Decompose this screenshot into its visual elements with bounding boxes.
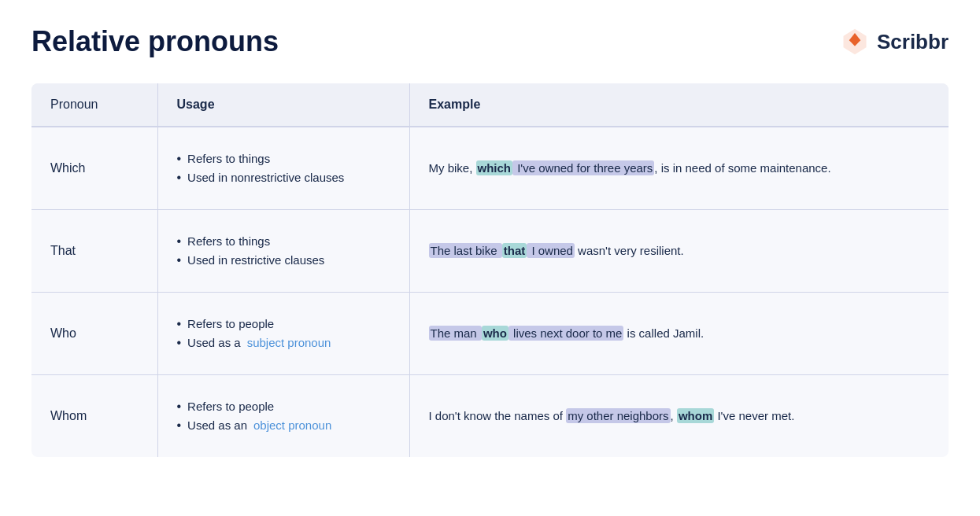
highlight-who: who xyxy=(482,326,508,341)
example-whom: I don't know the names of my other neigh… xyxy=(409,375,949,458)
pronoun-which: Which xyxy=(31,127,157,210)
logo-text: Scribbr xyxy=(877,30,949,54)
example-text-plain: , is in need of some maintenance. xyxy=(654,161,830,175)
table-row: That Refers to things Used in restrictiv… xyxy=(31,210,949,293)
header-pronoun: Pronoun xyxy=(31,83,157,127)
page-header: Relative pronouns Scribbr xyxy=(31,25,949,58)
example-which: My bike, which I've owned for three year… xyxy=(409,127,949,210)
usage-which: Refers to things Used in nonrestrictive … xyxy=(157,127,409,210)
table-row: Whom Refers to people Used as an object … xyxy=(31,375,949,458)
relative-pronouns-table: Pronoun Usage Example Which Refers to th… xyxy=(31,83,949,457)
example-text-plain: My bike, xyxy=(429,161,476,175)
usage-list-which: Refers to things Used in nonrestrictive … xyxy=(177,149,390,187)
usage-list-who: Refers to people Used as a subject prono… xyxy=(177,315,390,352)
example-who: The man who lives next door to me is cal… xyxy=(409,293,949,375)
example-text-plain: is called Jamil. xyxy=(623,326,704,340)
example-text-plain: I don't know the names of xyxy=(429,409,567,422)
usage-list-whom: Refers to people Used as an object prono… xyxy=(177,397,390,435)
page-title: Relative pronouns xyxy=(31,25,279,58)
header-usage: Usage xyxy=(157,83,409,127)
highlight-clause: lives next door to me xyxy=(508,326,624,341)
table-container: Pronoun Usage Example Which Refers to th… xyxy=(31,83,949,457)
highlight-that: that xyxy=(502,243,527,258)
logo-area: Scribbr xyxy=(839,26,949,57)
list-item: Used in restrictive clauses xyxy=(177,251,390,270)
highlight-which: which xyxy=(476,160,513,175)
pronoun-that: That xyxy=(31,210,157,293)
usage-list-that: Refers to things Used in restrictive cla… xyxy=(177,232,390,270)
list-item: Used as a subject pronoun xyxy=(177,334,390,352)
table-header-row: Pronoun Usage Example xyxy=(31,83,949,127)
highlight-clause: The last bike xyxy=(429,243,502,258)
usage-who: Refers to people Used as a subject prono… xyxy=(157,293,409,375)
list-item: Refers to things xyxy=(177,232,390,251)
header-example: Example xyxy=(409,83,949,127)
list-item: Used as an object pronoun xyxy=(177,416,390,435)
object-pronoun-link[interactable]: object pronoun xyxy=(253,418,331,432)
table-row: Which Refers to things Used in nonrestri… xyxy=(31,127,949,210)
highlight-clause: The man xyxy=(429,326,482,341)
page-wrapper: Relative pronouns Scribbr Pronoun Usage … xyxy=(0,0,980,488)
pronoun-whom: Whom xyxy=(31,375,157,458)
usage-that: Refers to things Used in restrictive cla… xyxy=(157,210,409,293)
scribbr-logo-icon xyxy=(839,26,871,57)
list-item: Used in nonrestrictive clauses xyxy=(177,168,390,187)
subject-pronoun-link[interactable]: subject pronoun xyxy=(247,336,331,349)
table-row: Who Refers to people Used as a subject p… xyxy=(31,293,949,375)
highlight-clause: I've owned for three years xyxy=(512,160,654,175)
list-item: Refers to people xyxy=(177,315,390,334)
highlight-clause: my other neighbors xyxy=(566,408,670,423)
example-text-plain: , xyxy=(671,409,677,422)
highlight-whom: whom xyxy=(677,408,714,423)
list-item: Refers to people xyxy=(177,397,390,416)
usage-whom: Refers to people Used as an object prono… xyxy=(157,375,409,458)
highlight-clause: I owned xyxy=(527,243,575,258)
example-text-plain: wasn't very resilient. xyxy=(575,244,684,257)
example-text-plain: I've never met. xyxy=(714,409,794,422)
example-that: The last bike that I owned wasn't very r… xyxy=(409,210,949,293)
pronoun-who: Who xyxy=(31,293,157,375)
list-item: Refers to things xyxy=(177,149,390,168)
